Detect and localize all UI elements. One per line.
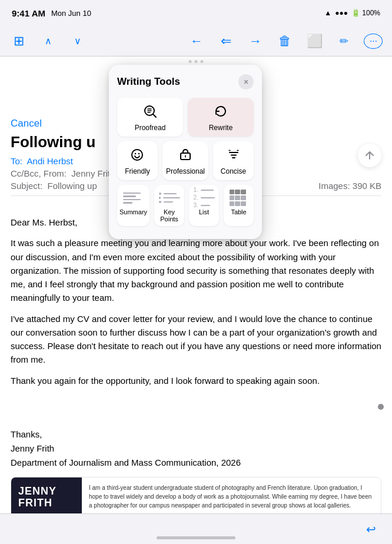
modal-drag-indicator — [189, 60, 204, 63]
key-points-icon — [159, 190, 180, 206]
images-meta: Images: 390 KB — [318, 181, 381, 191]
email-paragraph-3: Thank you again for the opportunity, and… — [11, 374, 381, 387]
cc-label: Cc/Bcc, From: — [11, 168, 67, 178]
writing-tools-header: Writing Tools × — [117, 74, 254, 89]
professional-label: Professional — [166, 167, 205, 175]
cancel-button[interactable]: Cancel — [11, 118, 42, 130]
forward-button[interactable]: → — [246, 34, 265, 49]
sig-name-big-line1: JENNY — [18, 486, 75, 497]
to-label: To: — [11, 156, 22, 166]
nav-down-button[interactable]: ∨ — [68, 35, 87, 47]
more-button[interactable]: ⋯ — [364, 34, 383, 49]
back-button[interactable]: ← — [187, 34, 206, 49]
table-label: Table — [231, 208, 246, 215]
key-points-label: KeyPoints — [160, 208, 178, 223]
email-paragraph-2: I've attached my CV and cover letter for… — [11, 312, 381, 367]
svg-point-5 — [132, 150, 142, 160]
nav-up-button[interactable]: ∧ — [39, 35, 58, 47]
concise-label: Concise — [221, 167, 246, 175]
proofread-icon — [142, 104, 158, 121]
proofread-button[interactable]: Proofread — [117, 98, 183, 137]
home-bar — [157, 536, 235, 539]
writing-tools-row-1: Proofread Rewrite — [117, 98, 254, 137]
writing-tools-close-button[interactable]: × — [238, 74, 254, 89]
friendly-label: Friendly — [125, 167, 150, 175]
key-points-button[interactable]: KeyPoints — [154, 185, 184, 226]
signal-icon: ●●● — [335, 9, 348, 17]
table-icon — [230, 190, 248, 206]
writing-tools-modal: Writing Tools × Proofread — [109, 65, 262, 239]
status-date: Mon Jun 10 — [51, 9, 91, 18]
sig-name-big-line2: FRITH — [18, 497, 75, 509]
rewrite-button[interactable]: Rewrite — [188, 98, 254, 137]
thread-back-button[interactable]: ⇐ — [217, 34, 235, 49]
writing-tools-row-3: Summary KeyPoints — [117, 185, 254, 226]
to-name: Andi Herbst — [27, 156, 73, 166]
writing-tools-row-2: Friendly Professional Conci — [117, 141, 254, 180]
folder-button[interactable]: ⬜ — [305, 34, 324, 49]
summary-icon — [123, 190, 144, 206]
friendly-icon — [129, 147, 145, 165]
reply-toolbar-button[interactable]: ↩ — [361, 522, 380, 536]
proofread-label: Proofread — [135, 124, 166, 132]
svg-line-1 — [153, 114, 156, 117]
summary-label: Summary — [119, 208, 147, 215]
sidebar-toggle-button[interactable]: ⊞ — [9, 34, 28, 49]
sig-card-bio: I am a third-year student undergraduate … — [82, 477, 381, 516]
battery-icon: 🔋 100% — [351, 9, 380, 17]
compose-button[interactable]: ✏ — [334, 35, 353, 48]
bottom-bar: ↩ — [0, 513, 392, 544]
subject-meta: Subject: Following up — [11, 181, 97, 191]
sig-closing: Thanks, Jenny Frith Department of Journa… — [11, 427, 381, 470]
send-button[interactable] — [358, 144, 381, 167]
status-time: 9:41 AM — [12, 8, 45, 18]
rewrite-label: Rewrite — [209, 124, 233, 132]
list-label: List — [199, 208, 209, 215]
professional-button[interactable]: Professional — [162, 141, 208, 180]
list-button[interactable]: 1. 2. 3. List — [189, 185, 219, 226]
list-icon: 1. 2. 3. — [194, 190, 215, 206]
status-icons: ▲ ●●● 🔋 100% — [324, 9, 380, 17]
summary-button[interactable]: Summary — [117, 185, 150, 226]
professional-icon — [178, 147, 193, 165]
writing-tools-title: Writing Tools — [117, 76, 180, 88]
sig-card-left: JENNY FRITH — [11, 477, 82, 518]
concise-icon — [226, 147, 241, 165]
concise-button[interactable]: Concise — [213, 141, 254, 180]
rewrite-icon — [213, 104, 228, 121]
email-body[interactable]: Dear Ms. Herbst, It was such a pleasure … — [11, 215, 381, 394]
email-paragraph-1: It was such a pleasure meeting you and l… — [11, 236, 381, 304]
trash-button[interactable]: 🗑 — [275, 34, 294, 49]
drag-handle-bottom[interactable] — [378, 404, 384, 410]
friendly-button[interactable]: Friendly — [117, 141, 158, 180]
svg-point-6 — [135, 153, 136, 154]
table-button[interactable]: Table — [224, 185, 254, 226]
wifi-icon: ▲ — [324, 9, 331, 17]
status-bar: 9:41 AM Mon Jun 10 ▲ ●●● 🔋 100% — [0, 0, 392, 26]
toolbar: ⊞ ∧ ∨ ← ⇐ → 🗑 ⬜ ✏ ⋯ — [0, 26, 392, 57]
svg-point-7 — [138, 153, 139, 154]
